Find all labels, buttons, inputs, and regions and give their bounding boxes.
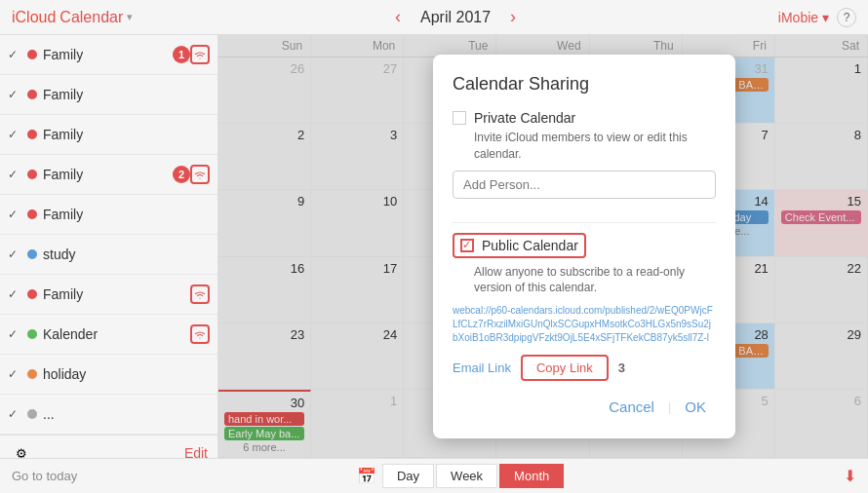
modal-actions: Cancel | OK [453,395,716,419]
header-right: iMobie ▾ ? [778,8,856,27]
calendar-cell-0-0[interactable]: 26 [218,57,311,123]
calendar-cell-4-6[interactable]: 29 [775,323,868,389]
sidebar-label: Kalender [43,326,190,342]
cell-event[interactable]: 6 more... [224,441,304,453]
calendar-cell-3-1[interactable]: 17 [311,257,404,322]
email-link-button[interactable]: Email Link [453,360,511,375]
public-desc: Allow anyone to subscribe to a read-only… [474,264,716,297]
calendar-cell-0-6[interactable]: 1 [775,57,868,123]
sidebar-label: Family [43,127,210,142]
step3-badge: 3 [618,360,625,375]
goto-today-button[interactable]: Go to today [12,469,77,483]
calendar-cell-5-1[interactable]: 1 [311,390,404,457]
sidebar-item-family5[interactable]: ✓ Family [0,195,217,235]
cell-event[interactable]: Check Event... [781,210,861,224]
calendar-cell-1-0[interactable]: 2 [218,124,311,189]
cell-date: 10 [317,194,397,209]
calendar-dot [27,130,37,139]
download-icon[interactable]: ⬇ [844,467,856,485]
calendar-dot [27,209,37,219]
sidebar-footer: ⚙ Edit [0,435,217,458]
help-button[interactable]: ? [837,8,856,27]
app-footer: Go to today 📅 DayWeekMonth ⬇ [0,458,868,493]
share-icon[interactable] [190,45,210,64]
cell-date: 26 [224,61,304,76]
sidebar-item-study[interactable]: ✓ study [0,235,217,275]
cell-date: 29 [781,327,861,342]
add-person-input[interactable] [453,171,716,199]
settings-icon[interactable]: ⚙ [10,441,33,458]
cell-date: 17 [317,261,397,276]
calendar-cell-5-0[interactable]: 30hand in wor...Early May ba...6 more... [218,390,311,457]
sidebar-item-family6[interactable]: ✓ Family [0,275,217,315]
share-icon[interactable] [190,284,210,304]
check-icon: ✓ [8,287,21,301]
calendar-dot [27,90,37,99]
day-header-wed: Wed [496,35,589,57]
prev-month-button[interactable]: ‹ [391,7,405,27]
step-badge: 1 [173,46,190,63]
share-icon[interactable] [190,324,210,344]
cell-date: 16 [224,261,304,276]
copy-link-button[interactable]: Copy Link [521,355,609,381]
view-btn-week[interactable]: Week [436,464,497,488]
private-calendar-checkbox[interactable] [453,111,466,125]
main-content: ✓ Family 1 ✓ Family ✓ Family ✓ Family 2 … [0,35,868,458]
header-nav: ‹ April 2017 › [391,7,520,27]
cell-date: 24 [317,327,397,342]
sidebar-label: holiday [43,366,210,382]
calendar-icon[interactable]: 📅 [357,467,376,485]
cell-date: 3 [317,128,397,142]
cancel-button[interactable]: Cancel [599,395,664,419]
calendar-cell-2-1[interactable]: 10 [311,190,404,255]
sidebar-item-family1[interactable]: ✓ Family 1 [0,35,217,75]
check-icon: ✓ [8,247,21,261]
cell-date: 1 [781,61,861,76]
calendar-cell-4-1[interactable]: 24 [311,323,404,389]
calendar-cell-1-6[interactable]: 8 [775,124,868,189]
calendar-cell-4-0[interactable]: 23 [218,323,311,389]
sidebar-item-dotted[interactable]: ✓ ... [0,395,217,435]
calendar-cell-0-1[interactable]: 27 [311,57,404,123]
view-btn-day[interactable]: Day [382,464,434,488]
edit-button[interactable]: Edit [184,445,208,458]
calendar-dot [27,369,37,379]
imobie-label[interactable]: iMobie ▾ [778,10,829,25]
private-desc: Invite iCloud members to view or edit th… [474,130,716,163]
calendar-cell-2-0[interactable]: 9 [218,190,311,255]
view-switcher: DayWeekMonth [382,464,564,488]
sidebar-item-family4[interactable]: ✓ Family 2 [0,155,217,195]
share-icon[interactable] [190,165,210,184]
calendar-cell-2-6[interactable]: 15Check Event... [775,190,868,255]
calendar-cell-3-6[interactable]: 22 [775,257,868,322]
check-icon: ✓ [8,48,21,61]
private-label: Private Calendar [474,110,575,126]
calendar-cell-5-6[interactable]: 6 [775,390,868,457]
cell-date: 9 [224,194,304,209]
ok-button[interactable]: OK [675,395,716,419]
cell-date: 15 [781,194,861,209]
calendar-cell-1-1[interactable]: 3 [311,124,404,189]
cell-event[interactable]: Early May ba... [224,427,304,440]
cell-date: 8 [781,128,861,142]
calendar-cell-3-0[interactable]: 16 [218,257,311,322]
public-calendar-checkbox[interactable] [460,239,474,252]
calendar-dot [27,50,37,59]
footer-center: 📅 DayWeekMonth [357,464,564,488]
day-header-sat: Sat [775,35,868,57]
cell-event[interactable]: hand in wor... [224,412,304,426]
day-header-mon: Mon [311,35,404,57]
sidebar-item-holiday[interactable]: ✓ holiday [0,355,217,395]
sidebar-item-kalender[interactable]: ✓ Kalender [0,315,217,355]
cell-date: 2 [224,128,304,142]
sidebar-item-family3[interactable]: ✓ Family [0,115,217,155]
calendar-chevron-icon[interactable]: ▾ [127,11,133,23]
link-row: Email Link Copy Link 3 [453,355,716,381]
calendar-dot [27,170,37,179]
sidebar-item-family2[interactable]: ✓ Family [0,75,217,115]
view-btn-month[interactable]: Month [499,464,564,488]
day-header-thu: Thu [590,35,683,57]
check-icon: ✓ [8,407,21,421]
next-month-button[interactable]: › [506,7,520,27]
check-icon: ✓ [8,128,21,141]
